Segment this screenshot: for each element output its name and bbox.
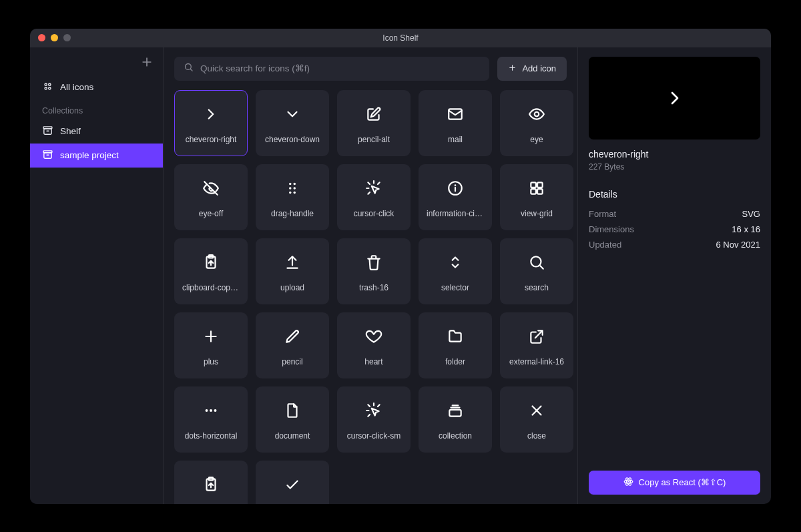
icon-tile-label: selector bbox=[423, 283, 488, 292]
icon-tile[interactable]: cursor-click-sm bbox=[337, 386, 411, 453]
icon-tile[interactable]: folder bbox=[419, 312, 492, 378]
icon-tile[interactable]: document bbox=[256, 386, 329, 453]
detail-row-dimensions: Dimensions 16 x 16 bbox=[589, 222, 760, 237]
sidebar-collection-shelf[interactable]: Shelf bbox=[30, 119, 163, 144]
search-input[interactable] bbox=[200, 63, 480, 73]
chevron-right-icon bbox=[202, 103, 220, 125]
mail-icon bbox=[447, 103, 464, 125]
icon-tile-label: information-circle bbox=[423, 209, 488, 218]
icon-tile[interactable]: dots-horizontal bbox=[174, 386, 248, 453]
icon-tile[interactable]: view-grid bbox=[500, 164, 573, 230]
icon-tile-label: search bbox=[504, 283, 569, 292]
sidebar-all-icons[interactable]: All icons bbox=[30, 75, 163, 99]
archive-icon bbox=[42, 149, 53, 162]
search-icon bbox=[528, 251, 545, 274]
close-icon bbox=[528, 399, 545, 422]
details-panel: cheveron-right 227 Bytes Details Format … bbox=[577, 47, 771, 504]
sidebar-all-icons-label: All icons bbox=[60, 82, 93, 92]
icon-tile[interactable]: cursor-click bbox=[337, 164, 411, 230]
icon-tile[interactable]: close bbox=[500, 386, 573, 453]
drag-handle-icon bbox=[284, 177, 301, 200]
icon-grid: cheveron-rightcheveron-downpencil-altmai… bbox=[164, 90, 577, 504]
sidebar-collection-sample-project[interactable]: sample project bbox=[30, 144, 163, 168]
pencil-alt-icon bbox=[365, 103, 382, 125]
main-panel: Add icon cheveron-rightcheveron-downpenc… bbox=[164, 47, 577, 504]
icon-tile[interactable]: mail bbox=[419, 90, 492, 156]
icon-tile[interactable]: collection bbox=[419, 386, 492, 453]
sidebar-collections-heading: Collections bbox=[30, 99, 163, 119]
icon-tile-label: cheveron-right bbox=[178, 135, 244, 144]
icon-tile-label: close bbox=[504, 431, 569, 441]
icon-tile[interactable]: heart bbox=[337, 312, 411, 378]
grid-icon bbox=[42, 81, 53, 94]
window-title: Icon Shelf bbox=[30, 33, 771, 43]
icon-tile-label: external-link-16 bbox=[504, 357, 569, 366]
detail-value: 6 Nov 2021 bbox=[716, 240, 761, 250]
add-collection-button[interactable] bbox=[140, 55, 154, 69]
icon-tile[interactable]: selector bbox=[419, 238, 492, 304]
icon-tile-label: pencil bbox=[260, 357, 325, 366]
icon-tile[interactable]: cheveron-right bbox=[174, 90, 248, 156]
icon-tile-label: cursor-click-sm bbox=[341, 431, 407, 441]
icon-tile-label: mail bbox=[423, 135, 488, 144]
window-minimize-button[interactable] bbox=[51, 34, 58, 41]
icon-tile-label: cursor-click bbox=[341, 209, 407, 218]
icon-tile[interactable]: check bbox=[256, 461, 329, 504]
icon-tile-label: eye bbox=[504, 135, 569, 144]
detail-key: Format bbox=[589, 209, 616, 219]
info-icon bbox=[447, 177, 464, 200]
copy-as-react-button[interactable]: Copy as React (⌘⇧C) bbox=[589, 471, 760, 495]
external-link-icon bbox=[528, 325, 545, 348]
icon-tile[interactable]: trash-16 bbox=[337, 238, 411, 304]
search-field[interactable] bbox=[174, 57, 489, 81]
app-window: Icon Shelf All icons Collections Shelf s… bbox=[30, 29, 771, 504]
icon-tile-label: eye-off bbox=[178, 209, 244, 218]
selector-icon bbox=[447, 251, 464, 274]
check-icon bbox=[284, 473, 301, 496]
icon-tile[interactable]: search bbox=[500, 238, 573, 304]
heart-icon bbox=[365, 325, 382, 348]
detail-row-updated: Updated 6 Nov 2021 bbox=[589, 237, 760, 252]
eye-off-icon bbox=[202, 177, 220, 200]
icon-tile[interactable]: plus bbox=[174, 312, 248, 378]
archive-icon bbox=[42, 125, 53, 138]
toolbar: Add icon bbox=[164, 47, 577, 90]
icon-tile[interactable]: pencil-alt bbox=[337, 90, 411, 156]
folder-icon bbox=[447, 325, 464, 348]
icon-tile[interactable]: eye bbox=[500, 90, 573, 156]
icon-tile-label: cheveron-down bbox=[260, 135, 325, 144]
icon-preview bbox=[589, 57, 760, 140]
clipboard-copy-icon bbox=[202, 251, 220, 274]
titlebar: Icon Shelf bbox=[30, 29, 771, 47]
icon-tile[interactable]: clipboard-copy bbox=[174, 461, 248, 504]
cursor-click-icon bbox=[365, 399, 382, 422]
clipboard-copy-icon bbox=[202, 473, 220, 496]
icon-tile[interactable]: drag-handle bbox=[256, 164, 329, 230]
sidebar-item-label: sample project bbox=[60, 150, 119, 160]
icon-tile[interactable]: eye-off bbox=[174, 164, 248, 230]
detail-key: Updated bbox=[589, 240, 621, 250]
icon-tile[interactable]: external-link-16 bbox=[500, 312, 573, 378]
detail-icon-name: cheveron-right bbox=[589, 149, 760, 160]
window-close-button[interactable] bbox=[38, 34, 45, 41]
icon-tile-label: upload bbox=[260, 283, 325, 292]
icon-tile[interactable]: pencil bbox=[256, 312, 329, 378]
icon-tile[interactable]: clipboard-copy-20 bbox=[174, 238, 248, 304]
add-icon-button[interactable]: Add icon bbox=[497, 57, 567, 81]
add-icon-label: Add icon bbox=[522, 63, 556, 73]
icon-tile[interactable]: upload bbox=[256, 238, 329, 304]
icon-tile[interactable]: information-circle bbox=[419, 164, 492, 230]
window-zoom-button[interactable] bbox=[63, 34, 71, 41]
pencil-icon bbox=[284, 325, 301, 348]
detail-value: 16 x 16 bbox=[732, 224, 760, 234]
icon-tile-label: plus bbox=[178, 357, 244, 366]
icon-tile[interactable]: cheveron-down bbox=[256, 90, 329, 156]
detail-icon-filesize: 227 Bytes bbox=[589, 162, 760, 172]
icon-tile-label: dots-horizontal bbox=[178, 431, 244, 441]
icon-tile-label: document bbox=[260, 431, 325, 441]
dots-icon bbox=[202, 399, 220, 422]
details-heading: Details bbox=[589, 189, 760, 200]
icon-tile-label: pencil-alt bbox=[341, 135, 407, 144]
react-icon bbox=[623, 477, 633, 489]
copy-as-react-label: Copy as React (⌘⇧C) bbox=[639, 477, 726, 487]
